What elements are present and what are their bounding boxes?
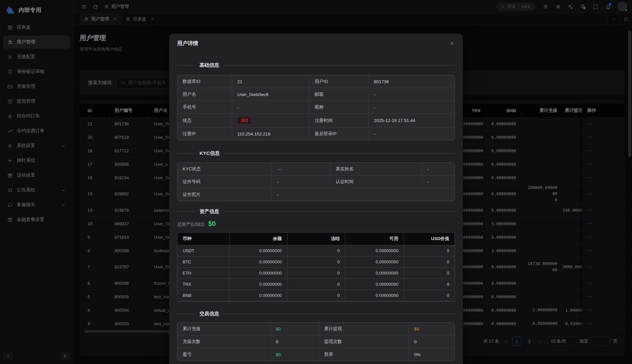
modal-title: 用户详情 [177,40,455,47]
asset-frozen: 0 [287,290,345,301]
value-cell: - [232,101,309,114]
value-cell: $0 [271,323,319,335]
asset-frozen: 0 [287,245,345,256]
value-cell: - [272,188,455,201]
label-cell: 证件号码 [177,176,272,188]
label-cell: 数据库ID [177,75,232,88]
asset-usd: 0 [404,290,455,301]
value-cell: - [272,176,330,188]
value-cell: - [369,128,455,140]
asset-balance: 0.00000000 [229,256,287,268]
asset-balance: 0.00000000 [229,290,287,301]
label-cell: 胜率 [319,348,409,361]
close-icon [450,41,455,46]
section-assets-info: 资产信息 [177,208,455,215]
asset-col-frozen: 冻结 [287,232,345,245]
asset-frozen: 0 [287,279,345,290]
label-cell: 注册IP [177,128,232,140]
label-cell: 认证时间 [330,176,422,188]
section-basic-info: 基础信息 [177,62,455,68]
value-cell: - [422,176,455,188]
value-cell: 0 [409,335,455,348]
value-cell: - [369,101,455,114]
label-cell: 手机号 [177,101,232,114]
label-cell: 证件照片 [177,188,272,201]
asset-col-available: 可用 [345,232,404,245]
asset-available: 0.00000000 [345,290,404,301]
modal-close-button[interactable] [448,39,456,47]
value-cell: 2025-12-19 17:51:44 [369,114,455,128]
asset-available: 0.00000000 [345,268,404,279]
value-cell: $0 [409,323,455,335]
asset-balance: 0.00000000 [229,245,287,256]
label-cell: 邮箱 [309,88,369,101]
basic-info-table: 数据库ID 21 用户ID 801736 用户名 User_0xeb3ec6 邮… [177,75,455,140]
status-badge: 冻结 [237,117,251,124]
section-kyc-info: KYC信息 [177,150,455,157]
label-cell: 昵称 [309,101,369,114]
user-detail-modal: 用户详情 基础信息 数据库ID 21 用户ID 801736 用户名 User_… [169,34,463,364]
label-cell: 充值次数 [177,335,271,348]
asset-table: 币种 余额 冻结 可用 USD价值 USDT 0.00000000 0 0.00… [177,232,455,302]
asset-col-balance: 余额 [229,232,287,245]
total-assets-label: 总资产(USD): [177,222,205,228]
total-assets-value: $0 [208,220,216,228]
total-assets-line: 总资产(USD): $0 [177,220,455,228]
label-cell: 累计充值 [177,323,271,335]
value-cell: - [369,88,455,101]
value-cell: 0 [271,335,319,348]
value-cell: - [422,163,455,176]
value-cell: 0% [409,348,455,361]
asset-usd: 0 [404,279,455,290]
value-cell: 110.254.152.219 [232,128,309,140]
asset-usd: 0 [404,256,455,268]
value-cell: User_0xeb3ec6 [232,88,309,101]
label-cell: 累计提现 [319,323,409,335]
label-cell: 盈亏 [177,348,271,361]
asset-balance: 0.00000000 [229,279,287,290]
label-cell: KYC状态 [177,163,272,176]
asset-available: 0.00000000 [345,256,404,268]
trade-info-table: 累计充值 $0 累计提现 $0 充值次数 0 提现次数 0 盈亏 $0 胜率 0… [177,322,455,361]
label-cell: 真实姓名 [330,163,422,176]
asset-coin: USDT [177,245,229,256]
asset-frozen: 0 [287,256,345,268]
value-cell: 21 [232,75,309,88]
label-cell: 提现次数 [319,335,409,348]
asset-col-coin: 币种 [177,232,229,245]
asset-usd: 0 [404,245,455,256]
asset-available: 0.00000000 [345,245,404,256]
asset-coin: TRX [177,279,229,290]
value-cell: — [272,163,330,176]
label-cell: 最后登录IP [309,128,369,140]
asset-coin: ETH [177,268,229,279]
asset-available: 0.00000000 [345,279,404,290]
asset-usd: 0 [404,268,455,279]
value-cell: 801736 [369,75,455,88]
label-cell: 注册时间 [309,114,369,128]
asset-coin: BNB [177,290,229,301]
asset-frozen: 0 [287,268,345,279]
label-cell: 状态 [177,114,232,128]
label-cell: 用户ID [309,75,369,88]
value-cell: $0 [271,348,319,361]
section-trade-info: 交易信息 [177,311,455,317]
label-cell: 用户名 [177,88,232,101]
asset-balance: 0.00000000 [229,268,287,279]
asset-coin: BTC [177,256,229,268]
asset-col-usd: USD价值 [404,232,455,245]
kyc-info-table: KYC状态 — 真实姓名 - 证件号码 - 认证时间 - 证件照片 - [177,162,455,201]
value-cell: 冻结 [232,114,309,128]
